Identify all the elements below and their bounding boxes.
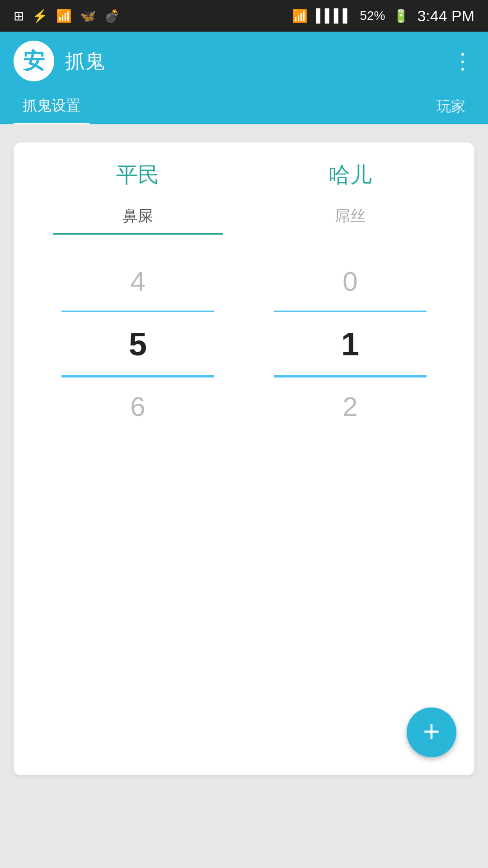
app-title: 抓鬼 [65,48,105,75]
columns-header: 平民 哈儿 [32,160,456,189]
status-bar: ⊞ ⚡ 📶 🦋 💣 📶 ▌▌▌▌ 52% 🔋 3:44 PM [0,0,488,32]
usb-icon: ⚡ [32,9,48,24]
status-bar-left: ⊞ ⚡ 📶 🦋 💣 [14,9,120,24]
col-header-civilian: 平民 [42,160,234,189]
status-time: 3:44 PM [417,7,474,25]
status-bar-right: 📶 ▌▌▌▌ 52% 🔋 3:44 PM [292,7,474,25]
wifi-icon: 📶 [56,9,72,24]
app-bar-tabs: 抓鬼设置 玩家 [14,89,474,124]
overflow-menu-icon[interactable]: ⋮ [452,48,474,74]
number-item-left-top[interactable]: 4 [42,252,234,311]
grid-icon: ⊞ [14,9,24,24]
wifi-signal-icon: 📶 [292,9,308,24]
bomb-icon: 💣 [104,9,120,24]
sub-tab-civilian[interactable]: 鼻屎 [32,198,244,234]
battery-icon: 🔋 [393,9,409,24]
battery-percentage: 52% [360,9,385,23]
number-col-left: 4 5 6 [42,252,234,427]
app-logo: 安 [14,41,54,81]
col-header-har: 哈儿 [255,160,446,189]
add-icon: + [423,717,440,746]
signal-bars-icon: ▌▌▌▌ [316,9,352,23]
number-value-left-top: 4 [130,266,145,297]
number-value-left-mid: 5 [129,326,147,362]
app-bar-left: 安 抓鬼 [14,41,105,81]
app-bar: 安 抓鬼 ⋮ 抓鬼设置 玩家 [0,32,488,124]
number-value-left-bot: 6 [130,392,145,422]
network-icon: 🦋 [80,9,96,24]
sub-tab-row: 鼻屎 屌丝 [32,198,456,234]
number-value-right-mid: 1 [341,326,359,362]
number-grid: 4 5 6 0 [32,252,456,427]
number-item-left-mid[interactable]: 5 [42,312,234,376]
tab-players[interactable]: 玩家 [427,90,474,124]
settings-card: 平民 哈儿 鼻屎 屌丝 4 5 [14,142,474,775]
number-item-right-bot[interactable]: 2 [255,377,446,427]
number-item-right-mid[interactable]: 1 [255,312,446,376]
number-value-right-top: 0 [343,266,357,297]
tab-settings[interactable]: 抓鬼设置 [14,89,89,124]
app-bar-top: 安 抓鬼 ⋮ [14,32,474,89]
add-button[interactable]: + [407,708,456,757]
number-col-right: 0 1 2 [255,252,446,427]
number-item-left-bot[interactable]: 6 [42,377,234,427]
sub-tab-har[interactable]: 屌丝 [244,198,456,234]
number-item-right-top[interactable]: 0 [255,252,446,311]
main-content: 平民 哈儿 鼻屎 屌丝 4 5 [0,124,488,868]
app-logo-char: 安 [23,47,45,75]
number-value-right-bot: 2 [343,392,357,422]
